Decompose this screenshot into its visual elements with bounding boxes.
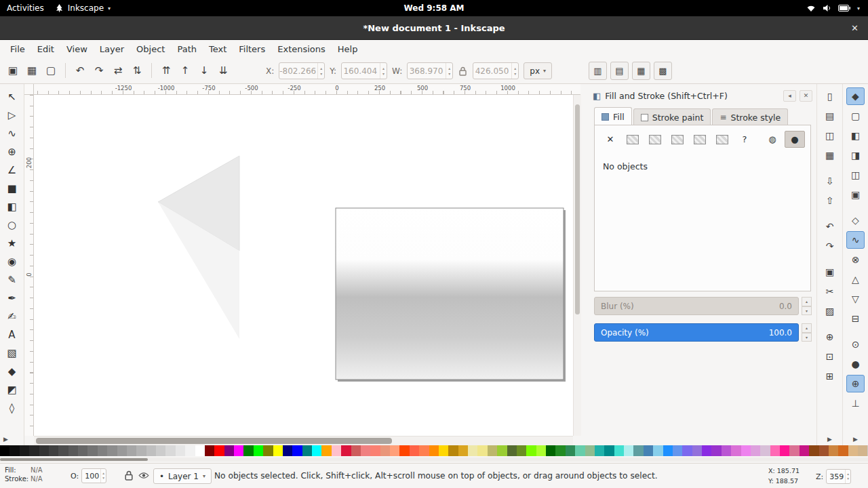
zoom-drawing[interactable]: ⊕ — [821, 328, 839, 346]
palette-swatch[interactable] — [410, 445, 419, 456]
palette-swatch[interactable] — [146, 445, 156, 456]
zoom-selection[interactable]: ⊡ — [821, 348, 839, 365]
spin-down-icon[interactable]: ▾ — [802, 306, 812, 316]
radial-gradient-button[interactable] — [667, 131, 688, 148]
snap-others[interactable]: ⊙ — [846, 336, 865, 353]
opacity-slider[interactable]: Opacity (%) 100.0 — [594, 323, 799, 342]
palette-swatch[interactable] — [838, 445, 848, 456]
text-tool[interactable]: A — [3, 326, 22, 344]
palette-swatch[interactable] — [224, 445, 234, 456]
spin-down-icon[interactable]: ▾ — [102, 476, 104, 481]
palette-swatch[interactable] — [751, 445, 760, 456]
palette-swatch[interactable] — [644, 445, 653, 456]
palette-swatch[interactable] — [136, 445, 146, 456]
move-patterns-toggle[interactable]: ▩ — [654, 62, 672, 80]
lower[interactable]: ↓ — [195, 62, 213, 79]
titlebar[interactable]: *New document 1 - Inkscape ✕ — [0, 16, 868, 40]
ellipse-tool[interactable]: ○ — [3, 216, 22, 234]
palette-swatch[interactable] — [127, 445, 136, 456]
pen-tool[interactable]: ✒ — [3, 289, 22, 307]
import[interactable]: ⇩ — [821, 172, 839, 190]
palette-swatch[interactable] — [39, 445, 49, 456]
menu-layer[interactable]: Layer — [94, 41, 130, 57]
menu-object[interactable]: Object — [130, 41, 171, 57]
zoom-spinbox[interactable]: 359 ▴▾ — [826, 469, 851, 484]
snap-bbox-edges[interactable]: ◧ — [846, 127, 865, 144]
spin-up-icon[interactable]: ▴ — [802, 323, 812, 333]
spinner-arrows[interactable]: ▴▾ — [317, 63, 324, 79]
palette-swatch[interactable] — [283, 445, 292, 456]
palette-swatch[interactable] — [107, 445, 117, 456]
spinner-arrows[interactable]: ▴▾ — [380, 63, 387, 79]
palette-swatch[interactable] — [477, 445, 487, 456]
menu-extensions[interactable]: Extensions — [271, 41, 332, 57]
palette-swatch[interactable] — [429, 445, 439, 456]
fill-rule-evenodd-button[interactable]: ◍ — [762, 131, 783, 148]
menu-edit[interactable]: Edit — [31, 41, 60, 57]
document-print[interactable]: ▦ — [821, 146, 839, 164]
palette-swatch[interactable] — [722, 445, 731, 456]
snap-rotation-centers[interactable]: ⊕ — [846, 375, 865, 392]
rectangle-tool[interactable]: ■ — [3, 180, 22, 197]
opacity-spinbox[interactable]: 100 ▴▾ — [81, 468, 106, 483]
blur-spinner[interactable]: ▴ ▾ — [802, 297, 812, 315]
cut[interactable]: ✂ — [821, 283, 839, 300]
horizontal-scrollbar[interactable] — [34, 436, 573, 445]
palette-swatch[interactable] — [419, 445, 429, 456]
deselect[interactable]: ▢ — [42, 62, 60, 79]
vertical-scrollbar-thumb[interactable] — [575, 104, 580, 314]
paste[interactable]: ▨ — [821, 302, 839, 320]
x-field[interactable]: -802.266▴▾ — [279, 62, 325, 79]
document-new[interactable]: ▯ — [821, 87, 839, 105]
snap-bbox-corners[interactable]: ◨ — [846, 146, 865, 164]
swatch-fill-button[interactable] — [712, 131, 732, 148]
horizontal-ruler[interactable]: -1250-1000-750-500-25002505007501000 — [34, 84, 580, 95]
spinner-arrows[interactable]: ▴▾ — [511, 63, 518, 79]
palette-swatch[interactable] — [68, 445, 78, 456]
palette-swatch[interactable] — [214, 445, 224, 456]
flip-vertical[interactable]: ⇅ — [128, 62, 146, 79]
palette-swatch[interactable] — [800, 445, 809, 456]
raise-to-top[interactable]: ⇈ — [157, 62, 175, 79]
palette-swatch[interactable] — [165, 445, 175, 456]
palette-swatch[interactable] — [663, 445, 673, 456]
palette-scrollbar-thumb[interactable] — [0, 458, 148, 461]
snap-paths[interactable]: ∿ — [846, 231, 865, 249]
zoom-tool[interactable]: ⊕ — [3, 143, 22, 161]
canvas[interactable] — [34, 95, 573, 436]
menu-filters[interactable]: Filters — [233, 41, 271, 57]
vertical-ruler[interactable]: 2000 — [24, 95, 34, 436]
palette-swatch[interactable] — [595, 445, 604, 456]
snap-bbox[interactable]: ▢ — [846, 107, 865, 125]
palette-swatch[interactable] — [87, 445, 97, 456]
spin-up-icon[interactable]: ▴ — [802, 297, 812, 306]
palette-swatch[interactable] — [760, 445, 770, 456]
snap-text-baselines[interactable]: ⊥ — [846, 394, 865, 412]
eraser-tool[interactable]: ◊ — [3, 399, 22, 417]
palette-swatch[interactable] — [9, 445, 19, 456]
export[interactable]: ⇧ — [821, 192, 839, 209]
palette-swatch[interactable] — [731, 445, 741, 456]
palette-swatch[interactable] — [624, 445, 633, 456]
palette-swatch[interactable] — [711, 445, 721, 456]
layer-visibility-eye-icon[interactable] — [138, 472, 149, 479]
blur-slider[interactable]: Blur (%) 0.0 — [594, 297, 799, 315]
tab-stroke-style[interactable]: ≡Stroke style — [712, 108, 788, 125]
snap-bbox-centers[interactable]: ▣ — [846, 186, 865, 203]
toolbox-overflow-button[interactable]: ▶ — [0, 434, 12, 445]
fill-rule-nonzero-button[interactable]: ● — [785, 131, 805, 148]
opacity-spinner[interactable]: ▴ ▾ — [802, 323, 812, 342]
select-all[interactable]: ▣ — [4, 62, 22, 79]
document-open[interactable]: ▤ — [821, 107, 839, 125]
palette-swatch[interactable] — [49, 445, 58, 456]
unit-dropdown[interactable]: px▾ — [524, 62, 552, 79]
clock[interactable]: Wed 9:58 AM — [0, 3, 868, 13]
commands-overflow-button[interactable]: ▶ — [827, 434, 832, 445]
tab-fill[interactable]: Fill — [594, 107, 632, 125]
palette-swatch[interactable] — [243, 445, 253, 456]
activities-button[interactable]: Activities — [7, 3, 44, 13]
palette-swatch[interactable] — [117, 445, 127, 456]
redo[interactable]: ↷ — [821, 237, 839, 255]
no-paint-button[interactable]: ✕ — [600, 131, 620, 148]
palette-swatch[interactable] — [566, 445, 575, 456]
